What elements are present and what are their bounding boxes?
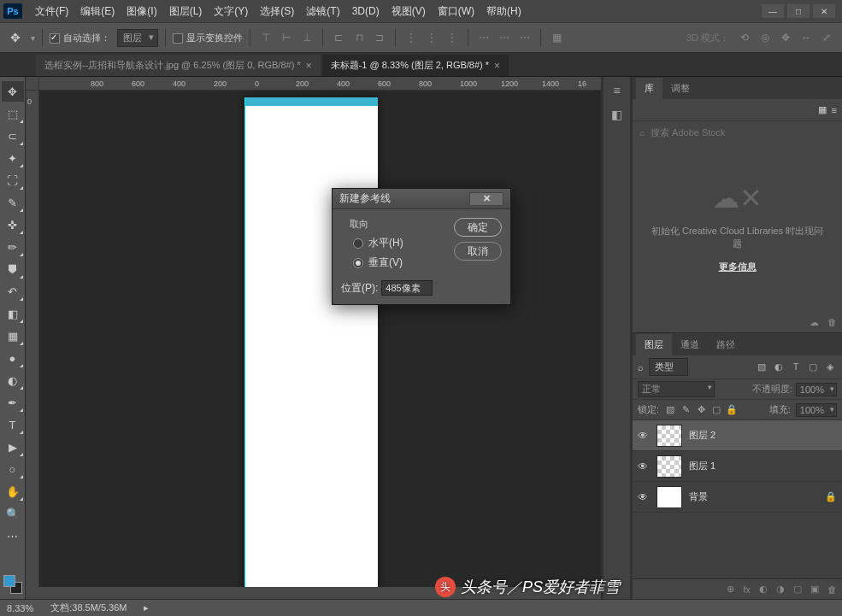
menu-select[interactable]: 选择(S) xyxy=(254,4,300,19)
type-tool[interactable]: T xyxy=(2,414,24,435)
fill-value[interactable]: 100% xyxy=(796,403,837,417)
radio-vertical[interactable]: 垂直(V) xyxy=(353,255,447,270)
filter-pixel-icon[interactable]: ▧ xyxy=(755,361,768,373)
lock-all-icon[interactable]: ✥ xyxy=(695,404,707,415)
align-vcenter-icon[interactable]: ⊢ xyxy=(278,29,295,46)
menu-filter[interactable]: 滤镜(T) xyxy=(300,4,345,19)
lock-position-icon[interactable]: ✎ xyxy=(680,404,692,415)
stamp-tool[interactable]: ⛊ xyxy=(2,259,24,279)
distribute-icon[interactable]: ⋯ xyxy=(475,29,492,46)
history-panel-icon[interactable]: ≡ xyxy=(613,84,620,97)
layer-row[interactable]: 👁 图层 2 xyxy=(633,420,842,451)
marquee-tool[interactable]: ⬚ xyxy=(2,103,24,124)
distribute-icon[interactable]: ⋮ xyxy=(403,29,420,46)
pen-tool[interactable]: ✒ xyxy=(2,392,24,413)
filter-adjust-icon[interactable]: ◐ xyxy=(772,361,786,373)
auto-select-checkbox[interactable]: 自动选择： xyxy=(50,32,110,44)
new-layer-icon[interactable]: ▣ xyxy=(810,584,819,595)
menu-image[interactable]: 图像(I) xyxy=(121,4,162,19)
zoom-level[interactable]: 8.33% xyxy=(7,603,33,613)
tab-channels[interactable]: 通道 xyxy=(672,334,708,355)
color-swatches[interactable] xyxy=(0,573,25,599)
library-search[interactable]: ⌕ 搜索 Adobe Stock xyxy=(633,121,842,144)
maximize-button[interactable]: □ xyxy=(787,4,810,18)
link-layers-icon[interactable]: ⊕ xyxy=(727,584,734,595)
auto-align-icon[interactable]: ▦ xyxy=(548,29,565,46)
3d-roll-icon[interactable]: ◎ xyxy=(757,29,774,46)
cloud-sync-icon[interactable]: ☁ xyxy=(810,317,819,328)
distribute-icon[interactable]: ⋯ xyxy=(516,29,533,46)
align-hcenter-icon[interactable]: ⊓ xyxy=(350,29,368,46)
layer-name[interactable]: 图层 1 xyxy=(689,460,715,472)
foreground-color[interactable] xyxy=(3,575,15,587)
minimize-button[interactable]: — xyxy=(762,4,784,18)
shape-tool[interactable]: ○ xyxy=(2,459,24,479)
eyedropper-tool[interactable]: ✎ xyxy=(2,192,24,213)
visibility-icon[interactable]: 👁 xyxy=(638,430,650,442)
layer-mask-icon[interactable]: ◐ xyxy=(759,584,768,595)
lock-icon[interactable]: 🔒 xyxy=(726,404,738,415)
dialog-titlebar[interactable]: 新建参考线 ✕ xyxy=(333,189,510,209)
gradient-tool[interactable]: ▦ xyxy=(2,326,24,346)
document-tab[interactable]: 选框实例--店招和导航条设计.jpg @ 6.25% (图层 0, RGB/8#… xyxy=(36,55,321,76)
list-view-icon[interactable]: ≡ xyxy=(832,105,837,115)
distribute-icon[interactable]: ⋯ xyxy=(496,29,513,46)
delete-layer-icon[interactable]: 🗑 xyxy=(827,584,837,595)
3d-orbit-icon[interactable]: ⟲ xyxy=(736,29,753,46)
doc-info-dropdown[interactable]: ▸ xyxy=(144,602,149,613)
trash-icon[interactable]: 🗑 xyxy=(827,317,837,327)
distribute-icon[interactable]: ⋮ xyxy=(444,29,461,46)
edit-toolbar[interactable]: ⋯ xyxy=(2,525,24,546)
tab-libraries[interactable]: 库 xyxy=(636,78,662,99)
filter-type-icon[interactable]: T xyxy=(789,361,803,373)
zoom-tool[interactable]: 🔍 xyxy=(2,503,24,524)
hand-tool[interactable]: ✋ xyxy=(2,481,24,502)
document-tab-active[interactable]: 未标题-1 @ 8.33% (图层 2, RGB/8#) * × xyxy=(322,55,509,76)
distribute-icon[interactable]: ⋮ xyxy=(423,29,440,46)
lock-artboard-icon[interactable]: ▢ xyxy=(710,404,722,415)
search-icon[interactable]: ⌕ xyxy=(638,362,644,373)
3d-pan-icon[interactable]: ✥ xyxy=(777,29,794,46)
layer-row[interactable]: 👁 背景 🔒 xyxy=(633,482,842,513)
document-canvas[interactable] xyxy=(244,97,378,599)
menu-layer[interactable]: 图层(L) xyxy=(163,4,209,19)
move-tool[interactable]: ✥ xyxy=(2,81,24,102)
eraser-tool[interactable]: ◧ xyxy=(2,303,24,324)
align-right-icon[interactable]: ⊐ xyxy=(371,29,388,46)
layer-thumbnail[interactable] xyxy=(657,455,682,478)
layer-name[interactable]: 图层 2 xyxy=(689,429,715,442)
radio-horizontal[interactable]: 水平(H) xyxy=(353,236,447,250)
menu-view[interactable]: 视图(V) xyxy=(386,4,432,19)
path-select-tool[interactable]: ▶ xyxy=(2,437,24,457)
layer-thumbnail[interactable] xyxy=(657,425,682,447)
align-left-icon[interactable]: ⊏ xyxy=(330,29,347,46)
filter-shape-icon[interactable]: ▢ xyxy=(806,361,820,373)
tool-preset-dropdown[interactable]: ▾ xyxy=(31,33,35,43)
more-info-link[interactable]: 更多信息 xyxy=(719,261,757,273)
canvas-area[interactable]: 800 600 400 200 0 200 400 600 800 1000 1… xyxy=(26,77,630,599)
menu-type[interactable]: 文字(Y) xyxy=(208,4,254,19)
3d-slide-icon[interactable]: ↔ xyxy=(798,29,815,46)
brush-tool[interactable]: ✏ xyxy=(2,237,24,257)
layer-name[interactable]: 背景 xyxy=(689,490,708,503)
move-tool-icon[interactable]: ✥ xyxy=(7,31,24,44)
menu-window[interactable]: 窗口(W) xyxy=(432,4,480,19)
align-top-icon[interactable]: ⊤ xyxy=(257,29,274,46)
doc-info[interactable]: 文档:38.5M/5.36M xyxy=(50,601,127,614)
layer-thumbnail[interactable] xyxy=(657,486,682,508)
tab-close-icon[interactable]: × xyxy=(306,60,312,72)
filter-smart-icon[interactable]: ◈ xyxy=(823,361,837,373)
blend-mode-select[interactable]: 正常 xyxy=(638,381,715,397)
opacity-value[interactable]: 100% xyxy=(796,383,837,396)
dialog-close-button[interactable]: ✕ xyxy=(469,192,503,206)
ruler-origin[interactable] xyxy=(26,77,39,91)
tab-layers[interactable]: 图层 xyxy=(636,334,672,355)
show-transform-checkbox[interactable]: 显示变换控件 xyxy=(173,32,243,44)
position-input[interactable] xyxy=(381,280,433,296)
properties-panel-icon[interactable]: ◧ xyxy=(611,108,622,121)
vertical-ruler[interactable]: 0 xyxy=(26,91,39,599)
guide-line[interactable] xyxy=(244,97,245,599)
magic-wand-tool[interactable]: ✦ xyxy=(2,148,24,168)
3d-zoom-icon[interactable]: ⤢ xyxy=(818,29,835,46)
new-group-icon[interactable]: ▢ xyxy=(793,584,802,595)
